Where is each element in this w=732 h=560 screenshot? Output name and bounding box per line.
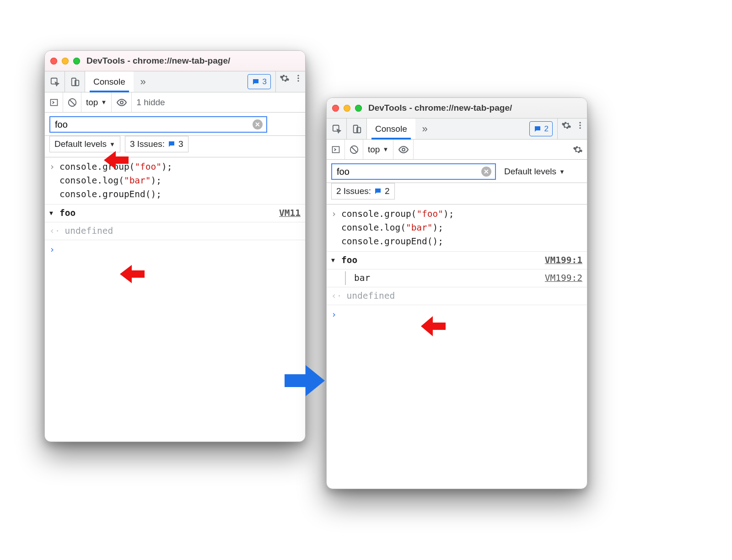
return-arrow-icon: ‹· (49, 224, 60, 238)
issues-chip[interactable]: 3 (248, 74, 271, 89)
input-prompt-icon: › (49, 160, 59, 201)
svg-line-8 (70, 100, 75, 105)
console-filter-input[interactable]: ✕ (49, 116, 267, 133)
window-title: DevTools - chrome://new-tab-page/ (86, 56, 230, 66)
filter-row: ✕ (45, 113, 305, 136)
settings-icon[interactable] (278, 71, 291, 85)
context-label: top (368, 145, 380, 155)
console-log-area: › console.group("foo"); console.log("bar… (327, 205, 587, 489)
filter-input-field[interactable] (336, 166, 481, 178)
filter-input-field[interactable] (54, 119, 253, 130)
console-settings-icon[interactable] (569, 145, 587, 155)
tab-console[interactable]: Console (85, 71, 134, 92)
log-group-child[interactable]: bar VM199:2 (327, 269, 587, 287)
input-prompt-icon[interactable]: › (45, 240, 305, 257)
svg-point-15 (579, 127, 581, 129)
settings-icon[interactable] (560, 118, 573, 132)
minimize-icon[interactable] (344, 105, 350, 112)
return-value-row: ‹· undefined (45, 222, 305, 240)
issues-count: 2 (385, 186, 390, 196)
issues-button[interactable]: 2 Issues: 2 (331, 183, 395, 199)
issues-badge-count: 3 (263, 77, 267, 86)
svg-line-18 (351, 147, 356, 152)
context-selector[interactable]: top ▼ (363, 140, 393, 159)
inspect-element-icon[interactable] (45, 71, 65, 92)
hidden-messages-text[interactable]: 1 hidde (132, 97, 305, 108)
svg-point-4 (297, 77, 299, 79)
chevron-down-icon: ▼ (109, 141, 115, 148)
source-link[interactable]: VM11 (279, 206, 301, 220)
return-arrow-icon: ‹· (331, 289, 342, 303)
close-icon[interactable] (332, 105, 339, 112)
clear-filter-icon[interactable]: ✕ (481, 167, 491, 177)
input-prompt-icon[interactable]: › (327, 305, 587, 322)
zoom-icon[interactable] (355, 105, 362, 112)
annotation-arrow-blue-icon (283, 362, 327, 399)
log-group-header[interactable]: ▼ foo VM199:1 (327, 252, 587, 269)
console-toolbar: top ▼ (327, 140, 587, 160)
log-group-header[interactable]: ▼ foo VM11 (45, 205, 305, 222)
svg-point-5 (297, 80, 299, 81)
context-selector[interactable]: top ▼ (81, 92, 112, 112)
issues-label: 2 Issues: (336, 186, 371, 196)
issues-count: 3 (178, 139, 183, 149)
return-value-row: ‹· undefined (327, 287, 587, 305)
console-log-area: › console.group("foo"); console.log("bar… (45, 157, 305, 442)
clear-console-icon[interactable] (63, 92, 81, 112)
live-expressions-icon[interactable] (112, 92, 132, 112)
undefined-label: undefined (346, 289, 395, 303)
window-title: DevTools - chrome://new-tab-page/ (368, 103, 512, 113)
annotation-arrow-red-icon (118, 264, 145, 284)
clear-console-icon[interactable] (345, 140, 363, 159)
disclosure-open-icon[interactable]: ▼ (49, 206, 59, 220)
console-input-echo[interactable]: console.group("foo"); console.log("bar")… (341, 207, 454, 248)
annotation-arrow-red-icon (102, 150, 129, 170)
log-levels-selector[interactable]: Default levels ▼ (500, 163, 570, 180)
tab-console[interactable]: Console (367, 118, 415, 139)
console-filter-input[interactable]: ✕ (331, 163, 496, 180)
devtools-window-left: DevTools - chrome://new-tab-page/ Consol… (44, 50, 306, 442)
svg-rect-10 (333, 125, 339, 131)
traffic-lights (332, 105, 362, 112)
zoom-icon[interactable] (73, 58, 80, 65)
window-titlebar: DevTools - chrome://new-tab-page/ (45, 51, 305, 71)
console-toolbar: top ▼ 1 hidde (45, 92, 305, 113)
devtools-window-right: DevTools - chrome://new-tab-page/ Consol… (326, 97, 587, 489)
kebab-menu-icon[interactable] (573, 118, 587, 132)
clear-filter-icon[interactable]: ✕ (253, 119, 263, 129)
chevron-down-icon: ▼ (382, 146, 388, 153)
source-link[interactable]: VM199:2 (545, 271, 582, 285)
issues-badge-count: 2 (544, 124, 549, 134)
issues-chip[interactable]: 2 (529, 121, 553, 136)
inspect-element-icon[interactable] (327, 118, 347, 139)
svg-point-19 (402, 148, 405, 151)
chevron-down-icon: ▼ (101, 99, 107, 106)
close-icon[interactable] (50, 58, 57, 65)
live-expressions-icon[interactable] (393, 140, 414, 159)
levels-label: Default levels (54, 139, 107, 149)
annotation-arrow-red-icon (419, 315, 447, 338)
filter-row-2: Default levels ▼ 3 Issues: 3 (45, 136, 305, 157)
group-label: foo (341, 253, 357, 267)
disclosure-open-icon[interactable]: ▼ (331, 253, 341, 267)
more-tabs-icon[interactable]: » (134, 71, 153, 92)
minimize-icon[interactable] (62, 58, 69, 65)
svg-point-13 (579, 122, 581, 124)
devtools-tabstrip: Console » 2 (327, 118, 587, 140)
kebab-menu-icon[interactable] (291, 71, 305, 85)
filter-row: ✕ Default levels ▼ (327, 160, 587, 183)
console-sidebar-toggle-icon[interactable] (45, 92, 63, 112)
more-tabs-icon[interactable]: » (415, 118, 435, 139)
device-toolbar-icon[interactable] (65, 71, 85, 92)
device-toolbar-icon[interactable] (347, 118, 367, 139)
svg-point-14 (579, 124, 581, 126)
child-log-text: bar (345, 271, 370, 285)
levels-label: Default levels (504, 167, 556, 177)
window-titlebar: DevTools - chrome://new-tab-page/ (327, 98, 587, 118)
issues-button[interactable]: 3 Issues: 3 (125, 136, 188, 152)
source-link[interactable]: VM199:1 (545, 253, 582, 267)
tab-label: Console (93, 77, 125, 87)
console-sidebar-toggle-icon[interactable] (327, 140, 345, 159)
filter-row-2: 2 Issues: 2 (327, 183, 587, 205)
traffic-lights (50, 58, 80, 65)
